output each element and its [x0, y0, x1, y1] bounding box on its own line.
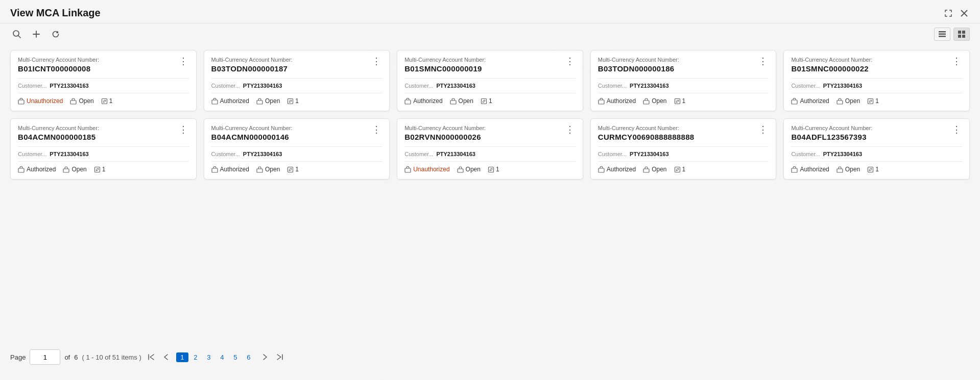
window-controls: [942, 8, 970, 18]
page-number-2[interactable]: 2: [189, 352, 202, 362]
card-menu-button[interactable]: ⋮: [564, 57, 576, 66]
card-menu-button[interactable]: ⋮: [757, 125, 769, 134]
auth-icon: [18, 166, 25, 173]
card-menu-button[interactable]: ⋮: [951, 125, 962, 134]
edit-count: 1: [94, 166, 106, 173]
window-title: View MCA Linkage: [10, 7, 101, 19]
prev-page-button[interactable]: [161, 352, 172, 362]
next-page-button[interactable]: [259, 352, 270, 362]
svg-point-0: [13, 31, 19, 36]
auth-status: Authorized: [211, 97, 249, 105]
lock-status-label: Open: [845, 166, 860, 173]
page-number-3[interactable]: 3: [203, 352, 215, 362]
edit-icon: [867, 98, 874, 105]
card-item: Multi-Currency Account Number: B04ADFL12…: [783, 118, 970, 180]
list-view-button[interactable]: [934, 28, 950, 41]
count-label: 1: [295, 166, 299, 173]
first-page-button[interactable]: [146, 352, 157, 362]
auth-status: Authorized: [211, 166, 249, 173]
card-item: Multi-Currency Account Number: B01SMNC00…: [783, 50, 970, 111]
svg-rect-28: [288, 167, 293, 172]
lock-icon: [643, 166, 650, 173]
maximize-button[interactable]: [942, 8, 954, 18]
auth-icon: [18, 98, 25, 105]
card-info-row: Customer... PTY213304163: [791, 83, 962, 89]
count-label: 1: [109, 97, 113, 105]
card-divider: [18, 78, 189, 79]
card-status-row: Authorized Open 1: [18, 166, 189, 173]
count-label: 1: [496, 166, 499, 173]
card-header: Multi-Currency Account Number: B04ACMN00…: [211, 125, 383, 141]
card-menu-button[interactable]: ⋮: [757, 57, 769, 66]
svg-rect-3: [939, 36, 946, 37]
card-divider: [211, 78, 383, 79]
card-item: Multi-Currency Account Number: B03TODN00…: [590, 50, 777, 111]
card-account-number: B04ACMN000000146: [211, 133, 293, 141]
svg-rect-5: [962, 31, 965, 34]
grid-view-button[interactable]: [953, 28, 970, 41]
page-input[interactable]: [30, 349, 60, 365]
svg-rect-30: [458, 169, 463, 172]
card-label: Multi-Currency Account Number:: [18, 57, 99, 63]
svg-rect-33: [643, 169, 649, 172]
card-header: Multi-Currency Account Number: B01SMNC00…: [791, 57, 962, 73]
card-header: Multi-Currency Account Number: B03TODN00…: [211, 57, 383, 73]
close-button[interactable]: [959, 9, 970, 18]
edit-icon: [481, 98, 487, 105]
svg-rect-16: [481, 98, 486, 104]
card-status-row: Authorized Open 1: [211, 166, 383, 173]
add-button[interactable]: [30, 29, 43, 40]
card-label: Multi-Currency Account Number:: [211, 125, 293, 131]
card-status-row: Authorized Open 1: [211, 97, 383, 105]
card-menu-button[interactable]: ⋮: [371, 125, 382, 134]
edit-count: 1: [488, 166, 499, 173]
card-divider-2: [404, 93, 576, 93]
svg-rect-31: [488, 167, 493, 172]
last-page-button[interactable]: [274, 352, 285, 362]
card-info-row: Customer... PTY213304163: [598, 151, 769, 157]
card-header: Multi-Currency Account Number: B03TODN00…: [598, 57, 769, 73]
lock-status: Open: [70, 97, 93, 105]
card-label: Multi-Currency Account Number:: [598, 125, 695, 131]
auth-icon: [211, 98, 218, 105]
customer-label: Customer...: [18, 83, 46, 89]
card-header: Multi-Currency Account Number: B04ADFL12…: [791, 125, 962, 141]
search-button[interactable]: [10, 29, 23, 40]
card-divider-2: [598, 161, 769, 162]
auth-status: Authorized: [598, 166, 636, 173]
svg-rect-15: [450, 100, 456, 104]
card-info-row: Customer... PTY213304163: [18, 151, 189, 157]
customer-value: PTY213304163: [243, 151, 282, 157]
page-number-6[interactable]: 6: [243, 352, 255, 362]
svg-rect-21: [837, 100, 843, 104]
card-menu-button[interactable]: ⋮: [178, 125, 189, 134]
page-number-5[interactable]: 5: [229, 352, 242, 362]
card-menu-button[interactable]: ⋮: [178, 57, 189, 66]
page-numbers: 123456: [176, 352, 255, 362]
card-menu-button[interactable]: ⋮: [951, 57, 962, 66]
refresh-button[interactable]: [49, 29, 62, 40]
page-number-1[interactable]: 1: [176, 352, 188, 362]
svg-rect-22: [868, 98, 873, 104]
svg-rect-6: [958, 35, 961, 38]
auth-status-label: Authorized: [220, 97, 249, 105]
card-header: Multi-Currency Account Number: B02RVNN00…: [404, 125, 576, 141]
auth-status-label: Authorized: [27, 166, 56, 173]
count-label: 1: [682, 97, 686, 105]
card-menu-button[interactable]: ⋮: [564, 125, 576, 134]
card-divider: [791, 78, 962, 79]
content-area: Multi-Currency Account Number: B01ICNT00…: [0, 45, 980, 338]
card-item: Multi-Currency Account Number: CURMCY006…: [590, 118, 777, 180]
toolbar: [0, 23, 980, 45]
card-divider: [598, 146, 769, 147]
card-menu-button[interactable]: ⋮: [371, 57, 382, 66]
edit-icon: [674, 166, 681, 173]
svg-rect-37: [868, 167, 873, 172]
lock-status-label: Open: [265, 166, 280, 173]
card-label: Multi-Currency Account Number:: [404, 125, 486, 131]
toolbar-left: [10, 29, 62, 40]
page-number-4[interactable]: 4: [216, 352, 228, 362]
total-pages: 6: [74, 353, 78, 361]
lock-icon: [643, 98, 650, 105]
edit-count: 1: [287, 166, 299, 173]
